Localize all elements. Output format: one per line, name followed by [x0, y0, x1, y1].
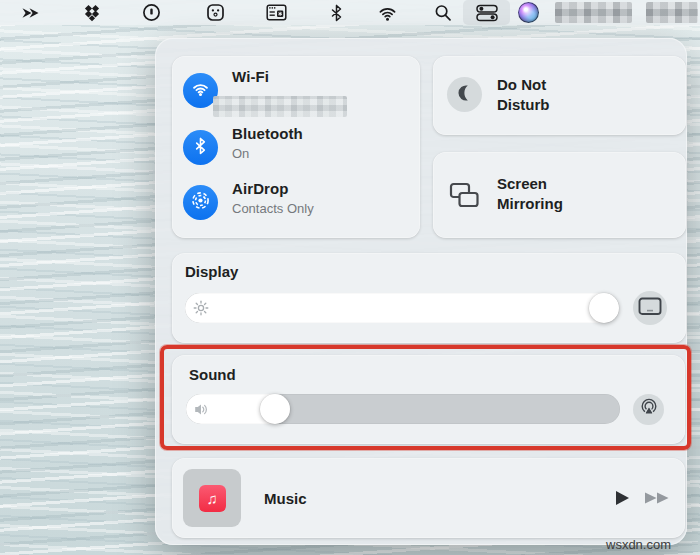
- airdrop-status: Contacts Only: [232, 201, 314, 216]
- bluetooth-toggle-button[interactable]: [183, 130, 218, 165]
- moon-icon: [455, 83, 475, 107]
- display-settings-button[interactable]: [633, 291, 667, 325]
- airdrop-toggle-button[interactable]: [183, 185, 218, 220]
- watermark: wsxdn.com: [606, 537, 671, 552]
- do-not-disturb-label: Do Not Disturb: [497, 75, 589, 115]
- brightness-slider-knob[interactable]: [589, 293, 619, 323]
- airdrop-label: AirDrop: [232, 180, 289, 197]
- music-label: Music: [264, 490, 307, 507]
- music-artwork: ♫: [183, 469, 241, 527]
- music-card: ♫ Music: [172, 458, 685, 538]
- control-center-panel: Wi-Fi Bluetooth On AirDrop Contacts Onl: [155, 38, 687, 545]
- wifi-network-redacted: [213, 96, 347, 117]
- onepassword-icon[interactable]: [139, 0, 163, 25]
- moon-icon-circle: [447, 77, 482, 112]
- menu-bar-redacted-text: [555, 2, 632, 23]
- music-app-icon: ♫: [199, 485, 226, 512]
- outlet-app-icon[interactable]: [203, 0, 227, 25]
- bluetooth-status: On: [232, 146, 249, 161]
- bluetooth-label: Bluetooth: [232, 125, 303, 142]
- sound-highlight-box: [160, 345, 691, 450]
- wifi-label: Wi-Fi: [232, 68, 269, 85]
- connectivity-card: Wi-Fi Bluetooth On AirDrop Contacts Onl: [172, 56, 420, 238]
- screen-mirroring-icon: [449, 182, 480, 213]
- screen-mirroring-label: Screen Mirroring: [497, 174, 589, 214]
- bluetooth-icon: [194, 137, 207, 159]
- monitor-icon: [638, 297, 662, 320]
- bluetooth-icon[interactable]: [327, 0, 345, 25]
- display-card: Display: [172, 253, 686, 343]
- fast-forward-button[interactable]: [644, 490, 671, 506]
- window-app-icon[interactable]: [263, 0, 289, 25]
- screen-mirroring-card[interactable]: Screen Mirroring: [433, 152, 686, 238]
- wifi-icon: [191, 81, 210, 101]
- dropbox-icon[interactable]: [80, 0, 104, 25]
- menu-bar: [0, 0, 700, 25]
- brightness-sun-icon: [193, 300, 209, 320]
- control-center-icon[interactable]: [463, 0, 510, 25]
- spotlight-search-icon[interactable]: [431, 0, 455, 25]
- wifi-icon[interactable]: [374, 0, 400, 25]
- brightness-slider[interactable]: [185, 293, 619, 323]
- siri-icon[interactable]: [516, 0, 541, 25]
- airdrop-icon: [191, 191, 210, 214]
- do-not-disturb-card[interactable]: Do Not Disturb: [433, 56, 686, 135]
- arrows-app-icon[interactable]: [17, 0, 45, 25]
- play-button[interactable]: [613, 489, 631, 507]
- menu-bar-redacted-clock: [646, 2, 698, 23]
- display-label: Display: [185, 263, 238, 280]
